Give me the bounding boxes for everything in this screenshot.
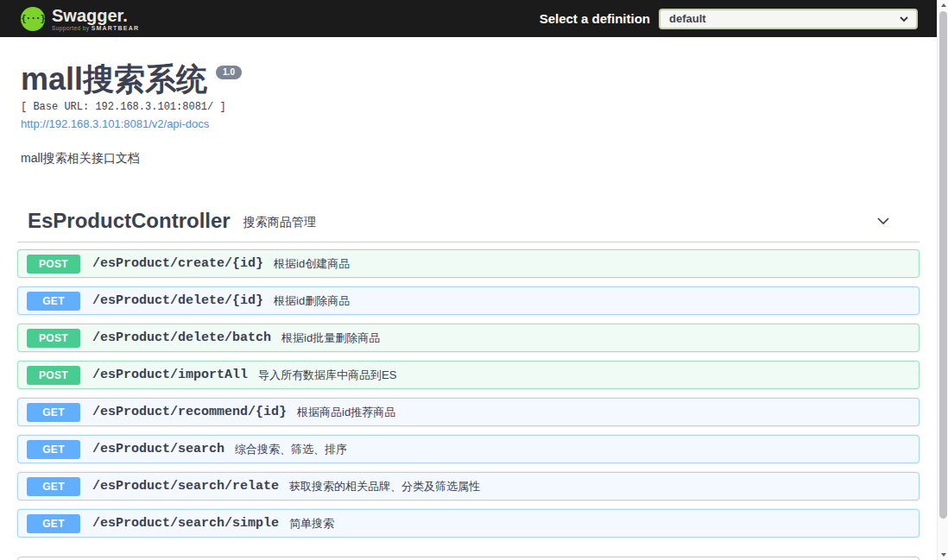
endpoint-row[interactable]: GET /esProduct/search/simple 简单搜索: [17, 509, 920, 538]
supported-by-label: Supported by: [52, 25, 89, 31]
definition-select-value: default: [669, 12, 706, 25]
endpoint-summary: 导入所有数据库中商品到ES: [258, 368, 396, 383]
logo-subtitle: Supported by SMARTBEAR: [52, 25, 139, 31]
endpoint-path: /esProduct/create/{id}: [92, 256, 263, 271]
endpoint-list: POST /esProduct/create/{id} 根据id创建商品 GET…: [17, 249, 920, 538]
endpoint-path: /esProduct/delete/{id}: [92, 293, 263, 308]
method-badge: GET: [27, 403, 80, 422]
endpoint-summary: 根据id批量删除商品: [281, 330, 380, 346]
scrollbar-thumb[interactable]: [939, 11, 947, 519]
endpoint-row[interactable]: POST /esProduct/create/{id} 根据id创建商品: [17, 249, 920, 278]
scrollbar-down-arrow-icon[interactable]: [938, 550, 948, 560]
scrollbar[interactable]: [937, 0, 948, 560]
version-badge: 1.0: [216, 66, 242, 79]
endpoint-path: /esProduct/search: [92, 442, 224, 456]
endpoint-summary: 根据id删除商品: [274, 293, 350, 309]
logo-title: Swagger.: [52, 7, 139, 24]
chevron-down-icon[interactable]: [875, 212, 892, 230]
endpoint-path: /esProduct/importAll: [92, 368, 248, 382]
endpoint-row[interactable]: GET /esProduct/recommend/{id} 根据商品id推荐商品: [17, 398, 920, 426]
api-info: mall搜索系统 1.0 [ Base URL: 192.168.3.101:8…: [17, 37, 920, 167]
logo-text-block: Swagger. Supported by SMARTBEAR: [52, 7, 139, 31]
endpoint-summary: 获取搜索的相关品牌、分类及筛选属性: [289, 479, 480, 494]
chevron-down-icon: [899, 14, 909, 24]
base-url: [ Base URL: 192.168.3.101:8081/ ]: [21, 101, 920, 113]
section-title: EsProductController: [28, 209, 231, 233]
api-title-text: mall搜索系统: [21, 64, 207, 95]
definition-select[interactable]: default: [659, 9, 918, 29]
method-badge: POST: [27, 329, 80, 348]
method-badge: POST: [27, 366, 80, 385]
endpoint-summary: 简单搜索: [289, 516, 334, 532]
swagger-ui-page: {···} Swagger. Supported by SMARTBEAR Se…: [0, 0, 948, 560]
esproductcontroller-section: EsProductController 搜索商品管理 POST /esProdu…: [17, 203, 920, 538]
page-title: mall搜索系统 1.0: [21, 64, 920, 95]
method-badge: POST: [27, 255, 80, 274]
smartbear-label: SMARTBEAR: [92, 25, 140, 31]
section-description: 搜索商品管理: [243, 211, 316, 230]
endpoint-summary: 根据id创建商品: [274, 256, 350, 272]
scrollbar-up-arrow-icon[interactable]: [938, 0, 948, 10]
models-section: Models: [17, 557, 920, 560]
endpoint-path: /esProduct/search/relate: [92, 479, 279, 494]
endpoint-summary: 根据商品id推荐商品: [297, 405, 395, 420]
section-header-esproductcontroller[interactable]: EsProductController 搜索商品管理: [17, 203, 920, 242]
endpoint-row[interactable]: POST /esProduct/importAll 导入所有数据库中商品到ES: [17, 361, 920, 389]
braces-glyph: {···}: [21, 14, 45, 23]
endpoint-path: /esProduct/delete/batch: [92, 330, 271, 345]
api-docs-link[interactable]: http://192.168.3.101:8081/v2/api-docs: [21, 117, 209, 130]
endpoint-row[interactable]: POST /esProduct/delete/batch 根据id批量删除商品: [17, 324, 920, 352]
content-column: {···} Swagger. Supported by SMARTBEAR Se…: [0, 0, 937, 560]
endpoint-row[interactable]: GET /esProduct/search/relate 获取搜索的相关品牌、分…: [17, 472, 920, 500]
method-badge: GET: [27, 440, 80, 459]
main-content: mall搜索系统 1.0 [ Base URL: 192.168.3.101:8…: [0, 37, 937, 560]
endpoint-summary: 综合搜索、筛选、排序: [235, 442, 347, 457]
select-definition-label: Select a definition: [540, 11, 650, 26]
definition-selector-group: Select a definition default: [540, 9, 918, 29]
topbar: {···} Swagger. Supported by SMARTBEAR Se…: [0, 0, 937, 37]
swagger-logo-icon: {···}: [21, 7, 45, 31]
endpoint-row[interactable]: GET /esProduct/delete/{id} 根据id删除商品: [17, 286, 920, 315]
api-description: mall搜索相关接口文档: [21, 151, 920, 167]
endpoint-row[interactable]: GET /esProduct/search 综合搜索、筛选、排序: [17, 435, 920, 463]
swagger-logo[interactable]: {···} Swagger. Supported by SMARTBEAR: [21, 7, 139, 31]
method-badge: GET: [27, 292, 80, 311]
endpoint-path: /esProduct/recommend/{id}: [92, 405, 287, 419]
endpoint-path: /esProduct/search/simple: [92, 516, 279, 531]
method-badge: GET: [27, 477, 80, 496]
method-badge: GET: [27, 514, 80, 533]
